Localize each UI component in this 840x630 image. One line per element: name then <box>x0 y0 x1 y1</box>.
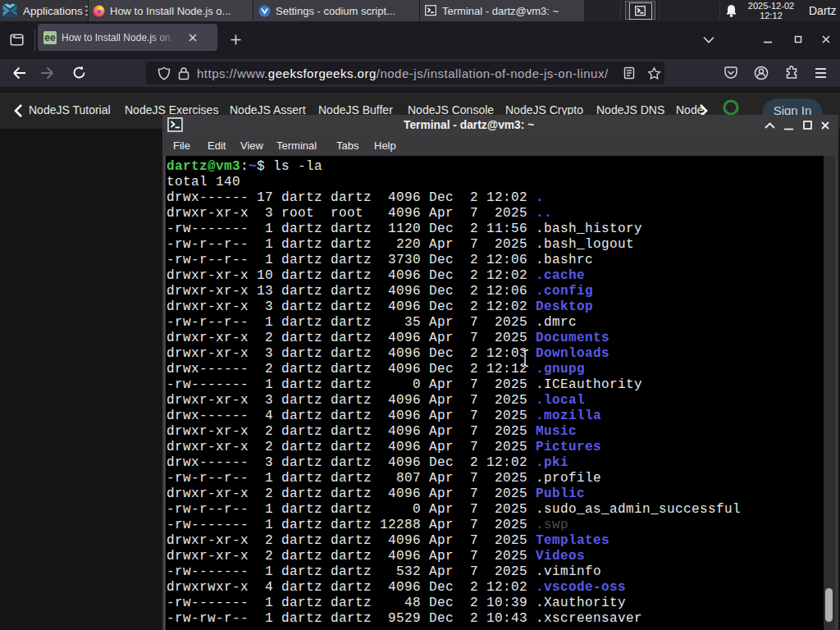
svg-text:ee: ee <box>44 32 56 43</box>
